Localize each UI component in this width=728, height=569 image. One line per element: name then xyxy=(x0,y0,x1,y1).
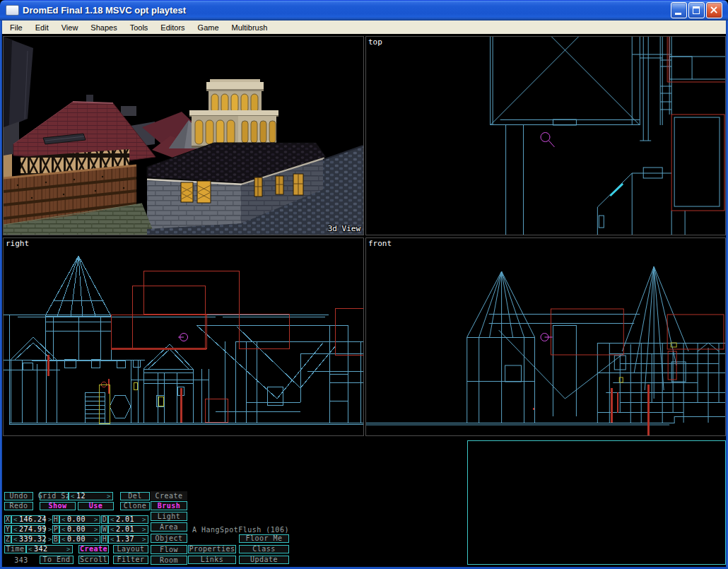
scroll-button[interactable]: Scroll xyxy=(78,556,109,564)
viewport-front-label: front xyxy=(368,239,392,248)
depth-spinner[interactable]: < 2.01 > xyxy=(108,515,148,524)
depth-decrement[interactable]: < xyxy=(110,517,115,523)
viewport-top[interactable]: top xyxy=(365,36,726,235)
grid-size-spinner[interactable]: < 12 > xyxy=(69,492,113,500)
create-section-header: Create xyxy=(151,491,187,500)
show-button[interactable]: Show xyxy=(40,502,76,510)
height-value: 1.37 xyxy=(116,536,134,543)
heading-spinner[interactable]: < 0.00 > xyxy=(59,515,100,524)
redo-button[interactable]: Redo xyxy=(4,502,33,510)
time-spinner[interactable]: < 342 > xyxy=(26,545,73,553)
menu-editors[interactable]: Editors xyxy=(154,22,191,33)
height-increment[interactable]: > xyxy=(142,536,146,543)
width-label: W xyxy=(101,525,108,534)
height-spinner[interactable]: < 1.37 > xyxy=(108,535,148,544)
menu-view[interactable]: View xyxy=(55,22,85,33)
top-wireframe-graphic xyxy=(366,37,725,235)
width-decrement[interactable]: < xyxy=(110,527,115,533)
viewport-3d[interactable]: 3d View xyxy=(3,36,364,235)
heading-label: H xyxy=(52,515,59,524)
update-button[interactable]: Update xyxy=(239,556,289,564)
bank-decrement[interactable]: < xyxy=(61,536,66,543)
time-decrement[interactable]: < xyxy=(28,546,33,553)
close-button[interactable] xyxy=(706,2,722,18)
bank-increment[interactable]: > xyxy=(94,536,98,543)
create-room-button[interactable]: Room xyxy=(151,556,187,565)
menu-tools[interactable]: Tools xyxy=(124,22,155,33)
heading-increment[interactable]: > xyxy=(94,517,98,523)
time-increment[interactable]: > xyxy=(66,546,71,553)
depth-label: D xyxy=(101,515,108,524)
x-decrement[interactable]: < xyxy=(13,517,18,523)
monolog-output-box xyxy=(467,440,726,565)
y-coord-spinner[interactable]: < 274.99 > xyxy=(11,525,45,534)
create-area-button[interactable]: Area xyxy=(151,522,187,532)
right-wireframe-graphic xyxy=(4,238,363,435)
x-coord-label: X xyxy=(4,515,11,524)
grid-size-value: 12 xyxy=(76,493,86,500)
grid-size-decrement[interactable]: < xyxy=(71,493,75,500)
minimize-button[interactable] xyxy=(671,2,687,18)
y-coord-value: 274.99 xyxy=(19,526,47,533)
viewport-top-label: top xyxy=(368,37,382,47)
create-brush-button[interactable]: Brush xyxy=(151,501,187,510)
menubar: File Edit View Shapes Tools Editors Game… xyxy=(2,20,726,34)
pitch-value: 0.00 xyxy=(67,526,86,533)
height-decrement[interactable]: < xyxy=(110,536,115,543)
selected-object-status: A HangSpotFlush (106) xyxy=(192,525,312,534)
heading-decrement[interactable]: < xyxy=(61,517,66,523)
z-decrement[interactable]: < xyxy=(13,536,18,543)
use-button[interactable]: Use xyxy=(78,502,114,510)
menu-file[interactable]: File xyxy=(4,22,29,33)
width-spinner[interactable]: < 2.01 > xyxy=(108,525,148,534)
viewport-front[interactable]: front xyxy=(365,237,726,436)
x-coord-spinner[interactable]: < 146.24 > xyxy=(11,515,45,524)
pitch-spinner[interactable]: < 0.00 > xyxy=(59,525,100,534)
create-object-button[interactable]: Object xyxy=(151,534,187,543)
viewport-3d-label: 3d View xyxy=(328,224,360,233)
to-end-button[interactable]: To End xyxy=(40,556,74,564)
clone-button[interactable]: Clone xyxy=(120,502,150,510)
minimize-icon xyxy=(675,13,681,15)
delete-button[interactable]: Del xyxy=(120,492,150,500)
mode-create-button[interactable]: Create xyxy=(78,545,109,553)
class-button[interactable]: Class xyxy=(239,545,289,553)
properties-button[interactable]: Properties xyxy=(188,545,236,553)
menu-multibrush[interactable]: Multibrush xyxy=(225,22,274,33)
x-coord-value: 146.24 xyxy=(19,516,47,523)
z-coord-value: 339.32 xyxy=(19,536,47,543)
time-label: Time xyxy=(4,545,26,553)
width-increment[interactable]: > xyxy=(142,527,146,533)
depth-value: 2.01 xyxy=(116,516,134,523)
window-titlebar[interactable]: DromEd Final 1.18 MSVC opt playtest xyxy=(0,0,728,20)
z-coord-spinner[interactable]: < 339.32 > xyxy=(11,535,45,544)
bank-label: B xyxy=(52,535,59,544)
window-title: DromEd Final 1.18 MSVC opt playtest xyxy=(23,5,186,16)
bank-spinner[interactable]: < 0.00 > xyxy=(59,535,100,544)
pitch-decrement[interactable]: < xyxy=(61,527,66,533)
grid-size-increment[interactable]: > xyxy=(107,493,111,500)
height-label: H xyxy=(101,535,108,544)
viewport-right[interactable]: right xyxy=(3,237,364,436)
pitch-increment[interactable]: > xyxy=(94,527,98,533)
front-wireframe-graphic xyxy=(366,238,725,435)
floor-me-button[interactable]: Floor Me xyxy=(239,534,289,543)
undo-button[interactable]: Undo xyxy=(4,492,33,500)
app-icon xyxy=(6,5,19,16)
menu-edit[interactable]: Edit xyxy=(29,22,55,33)
menu-game[interactable]: Game xyxy=(192,22,225,33)
y-coord-label: Y xyxy=(4,525,11,534)
filter-button[interactable]: Filter xyxy=(113,556,148,564)
bank-value: 0.00 xyxy=(67,536,86,543)
create-flow-button[interactable]: Flow xyxy=(151,545,187,554)
3d-scene-graphic xyxy=(4,37,363,235)
menu-shapes[interactable]: Shapes xyxy=(84,22,123,33)
y-decrement[interactable]: < xyxy=(13,527,18,533)
create-light-button[interactable]: Light xyxy=(151,512,187,521)
links-button[interactable]: Links xyxy=(188,556,236,564)
maximize-button[interactable] xyxy=(688,2,705,18)
depth-increment[interactable]: > xyxy=(142,517,146,523)
frame-count: 343 xyxy=(7,556,35,564)
heading-value: 0.00 xyxy=(67,516,86,523)
mode-layout-button[interactable]: Layout xyxy=(113,545,148,553)
